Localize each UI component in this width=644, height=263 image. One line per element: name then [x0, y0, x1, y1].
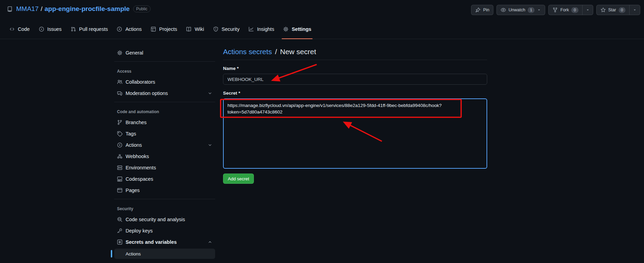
fork-button[interactable]: Fork 0: [548, 5, 593, 15]
star-dropdown[interactable]: [629, 5, 640, 15]
sidebar-subitem-actions[interactable]: Actions: [114, 249, 215, 259]
sidebar-divider: [114, 199, 215, 199]
sidebar-section-access: Access: [114, 65, 215, 76]
visibility-badge: Public: [133, 5, 151, 12]
secret-value-textarea[interactable]: https://manage.bizflycloud.vn/api/app-en…: [223, 98, 487, 169]
sidebar-subitem-label: Actions: [126, 251, 141, 256]
tab-insights[interactable]: Insights: [244, 19, 279, 39]
tab-label: Code: [18, 26, 30, 32]
sidebar-item-codespaces[interactable]: Codespaces: [114, 173, 215, 184]
sidebar-item-branches[interactable]: Branches: [114, 117, 215, 128]
tab-actions[interactable]: Actions: [112, 19, 146, 39]
sidebar-item-label: Codespaces: [126, 176, 153, 182]
sidebar-item-environments[interactable]: Environments: [114, 162, 215, 173]
git-branch-icon: [117, 120, 122, 125]
tab-security[interactable]: Security: [209, 19, 244, 39]
tag-icon: [117, 131, 122, 136]
sidebar-item-actions[interactable]: Actions: [114, 139, 215, 151]
browser-icon: [117, 188, 122, 193]
sidebar-item-label: Environments: [126, 165, 156, 170]
tab-label: Actions: [125, 26, 142, 32]
sidebar-item-general[interactable]: General: [114, 47, 215, 58]
secret-label: Secret *: [223, 91, 487, 96]
sidebar-item-moderation-options[interactable]: Moderation options: [114, 87, 215, 99]
triangle-down-icon: [586, 8, 590, 12]
star-counter: 0: [619, 7, 625, 13]
secret-icon: [117, 239, 122, 245]
codespaces-icon: [117, 176, 122, 182]
sidebar-item-label: Webhooks: [126, 154, 149, 159]
tab-label: Projects: [159, 26, 177, 32]
sidebar-section-security: Security: [114, 202, 215, 214]
tab-code[interactable]: Code: [5, 19, 34, 39]
shield-icon: [213, 26, 219, 32]
new-secret-form: Actions secrets / New secret Name * Secr…: [223, 39, 487, 184]
breadcrumb-current: New secret: [280, 48, 316, 56]
star-button-main[interactable]: Star 0: [597, 5, 629, 15]
sidebar-item-label: Deploy keys: [126, 228, 153, 234]
repo-header: MMA17 / app-engine-procfile-sample Publi…: [7, 5, 151, 13]
sidebar-item-label: Actions: [126, 142, 142, 148]
sidebar-item-collaborators[interactable]: Collaborators: [114, 76, 215, 87]
sidebar-item-pages[interactable]: Pages: [114, 184, 215, 196]
breadcrumb-link-actions-secrets[interactable]: Actions secrets: [223, 48, 272, 56]
gear-icon: [283, 26, 289, 32]
triangle-down-icon: [537, 8, 541, 12]
repo-tab-bar: Code Issues Pull requests Actions Projec…: [0, 19, 644, 39]
repo-owner-link[interactable]: MMA17: [16, 5, 38, 13]
triangle-down-icon: [633, 8, 637, 12]
chevron-up-icon: [208, 240, 212, 244]
star-button-label: Star: [608, 8, 616, 12]
pull-request-icon: [71, 26, 76, 32]
play-icon: [117, 142, 122, 148]
fork-icon: [552, 7, 558, 13]
star-icon: [600, 7, 606, 13]
webhook-icon: [117, 154, 122, 159]
repo-title-separator: /: [40, 5, 42, 13]
unwatch-button-label: Unwatch: [508, 8, 525, 12]
sidebar-item-label: Secrets and variables: [126, 239, 177, 245]
tab-settings[interactable]: Settings: [279, 19, 316, 39]
fork-button-label: Fork: [560, 8, 569, 12]
fork-counter: 0: [571, 7, 578, 13]
eye-icon: [501, 7, 506, 13]
sidebar-item-webhooks[interactable]: Webhooks: [114, 151, 215, 162]
name-label: Name *: [223, 66, 487, 71]
unwatch-button[interactable]: Unwatch 1: [496, 5, 545, 15]
active-indicator: [111, 250, 112, 258]
tab-wiki[interactable]: Wiki: [182, 19, 208, 39]
server-icon: [117, 165, 122, 170]
tab-pull-requests[interactable]: Pull requests: [66, 19, 113, 39]
tab-label: Settings: [292, 26, 311, 32]
sidebar-item-label: Branches: [126, 120, 147, 125]
add-secret-button[interactable]: Add secret: [223, 174, 254, 184]
tab-projects[interactable]: Projects: [146, 19, 182, 39]
repo-icon: [7, 6, 13, 12]
key-icon: [117, 228, 122, 234]
sidebar-item-code-security[interactable]: Code security and analysis: [114, 214, 215, 225]
graph-icon: [248, 26, 254, 32]
sidebar-item-secrets-and-variables[interactable]: Secrets and variables: [114, 236, 215, 248]
fork-button-main[interactable]: Fork 0: [549, 5, 582, 15]
sidebar-item-tags[interactable]: Tags: [114, 128, 215, 139]
repo-action-buttons: Pin Unwatch 1 Fork 0: [471, 5, 640, 15]
pin-button-label: Pin: [483, 8, 489, 12]
secret-name-input[interactable]: [223, 74, 487, 85]
sidebar-item-label: Collaborators: [126, 79, 155, 85]
tab-label: Pull requests: [79, 26, 108, 32]
repo-name-link[interactable]: app-engine-procfile-sample: [45, 5, 130, 13]
pin-button[interactable]: Pin: [471, 5, 493, 15]
sidebar-item-label: Tags: [126, 131, 136, 136]
tab-issues[interactable]: Issues: [34, 19, 66, 39]
tab-label: Insights: [257, 26, 274, 32]
fork-dropdown[interactable]: [582, 5, 593, 15]
codescan-icon: [117, 217, 122, 222]
star-button[interactable]: Star 0: [596, 5, 640, 15]
project-icon: [151, 26, 156, 32]
tab-label: Security: [222, 26, 239, 32]
sidebar-item-label: Code security and analysis: [126, 217, 185, 222]
sidebar-item-label: General: [126, 50, 143, 56]
sidebar-item-deploy-keys[interactable]: Deploy keys: [114, 225, 215, 236]
sidebar-subitem-codespaces[interactable]: Codespaces: [114, 260, 215, 263]
chevron-down-icon: [208, 91, 212, 96]
